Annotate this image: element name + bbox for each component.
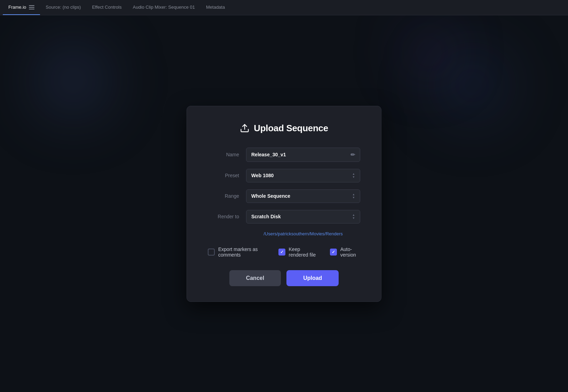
hamburger-icon[interactable]: [29, 5, 34, 9]
buttons-row: Cancel Upload: [208, 270, 360, 286]
render-to-form-row: Render to Scratch Disk ▲ ▼: [208, 210, 360, 224]
render-to-select[interactable]: Scratch Disk ▲ ▼: [246, 210, 360, 224]
checkbox-auto-version[interactable]: Auto-version: [330, 246, 360, 258]
checkboxes-row: Export markers as comments Keep rendered…: [208, 246, 360, 258]
path-row: /Users/patricksouthern/Movies/Renders: [246, 230, 360, 237]
source-label: Source: (no clips): [46, 5, 81, 10]
range-spinner-arrows: ▲ ▼: [352, 193, 355, 199]
preset-value: Web 1080: [251, 173, 274, 178]
dialog-title-row: Upload Sequence: [208, 123, 360, 134]
tab-source[interactable]: Source: (no clips): [40, 0, 86, 15]
upload-button[interactable]: Upload: [286, 270, 339, 286]
preset-control: Web 1080 ▲ ▼: [246, 169, 360, 182]
preset-form-row: Preset Web 1080 ▲ ▼: [208, 169, 360, 182]
tab-metadata[interactable]: Metadata: [200, 0, 230, 15]
range-control: Whole Sequence ▲ ▼: [246, 189, 360, 203]
main-content: Upload Sequence Name Release_30_v1 ✏ Pre…: [0, 15, 568, 392]
auto-version-label: Auto-version: [340, 246, 360, 258]
render-to-value: Scratch Disk: [251, 214, 281, 219]
preset-spinner-arrows: ▲ ▼: [352, 173, 355, 179]
dialog-title: Upload Sequence: [254, 123, 328, 134]
name-control: Release_30_v1 ✏: [246, 148, 360, 162]
name-value: Release_30_v1: [251, 152, 286, 157]
frameio-label: Frame.io: [8, 5, 26, 10]
export-markers-checkbox[interactable]: [208, 249, 215, 256]
preset-select[interactable]: Web 1080 ▲ ▼: [246, 169, 360, 182]
checkbox-keep-rendered[interactable]: Keep rendered file: [278, 246, 319, 258]
export-markers-label: Export markers as comments: [218, 246, 267, 258]
range-label: Range: [208, 193, 246, 199]
checkbox-export-markers[interactable]: Export markers as comments: [208, 246, 267, 258]
upload-dialog: Upload Sequence Name Release_30_v1 ✏ Pre…: [187, 106, 381, 302]
tab-audio-clip-mixer[interactable]: Audio Clip Mixer: Sequence 01: [127, 0, 200, 15]
upload-sequence-icon: [240, 123, 250, 133]
keep-rendered-checkbox[interactable]: [278, 249, 285, 256]
render-to-spinner-arrows: ▲ ▼: [352, 214, 355, 220]
range-form-row: Range Whole Sequence ▲ ▼: [208, 189, 360, 203]
cancel-button[interactable]: Cancel: [229, 270, 281, 286]
effect-controls-label: Effect Controls: [92, 5, 121, 10]
preset-label: Preset: [208, 173, 246, 178]
name-label: Name: [208, 152, 246, 157]
path-link[interactable]: /Users/patricksouthern/Movies/Renders: [263, 231, 343, 236]
keep-rendered-label: Keep rendered file: [289, 246, 319, 258]
name-input[interactable]: Release_30_v1 ✏: [246, 148, 360, 162]
range-value: Whole Sequence: [251, 193, 290, 199]
tab-frameio[interactable]: Frame.io: [3, 0, 40, 15]
tab-effect-controls[interactable]: Effect Controls: [86, 0, 127, 15]
name-form-row: Name Release_30_v1 ✏: [208, 148, 360, 162]
audio-clip-mixer-label: Audio Clip Mixer: Sequence 01: [133, 5, 195, 10]
render-to-label: Render to: [208, 214, 246, 219]
edit-icon[interactable]: ✏: [350, 151, 355, 158]
auto-version-checkbox[interactable]: [330, 249, 337, 256]
range-select[interactable]: Whole Sequence ▲ ▼: [246, 189, 360, 203]
tab-bar: Frame.io Source: (no clips) Effect Contr…: [0, 0, 568, 15]
metadata-label: Metadata: [206, 5, 225, 10]
render-to-control: Scratch Disk ▲ ▼: [246, 210, 360, 224]
